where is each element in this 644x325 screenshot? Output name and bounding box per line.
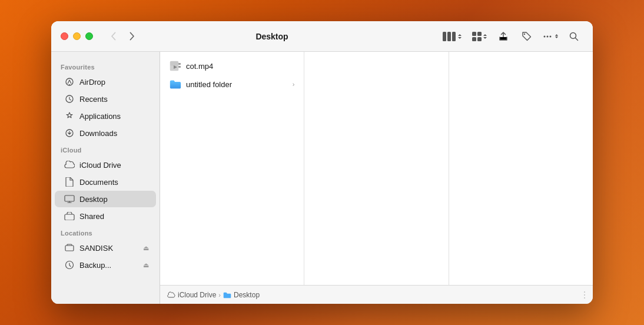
search-icon xyxy=(569,32,579,41)
breadcrumb-cloud-icon xyxy=(167,291,175,298)
svg-point-13 xyxy=(69,84,70,85)
breadcrumb-icloud-label: iCloud Drive xyxy=(178,291,216,299)
breadcrumb-desktop[interactable]: Desktop xyxy=(223,291,260,299)
desktop-label: Desktop xyxy=(79,195,108,204)
svg-point-7 xyxy=(524,33,525,34)
file-item-cot-mp4[interactable]: cot.mp4 xyxy=(162,57,301,75)
svg-rect-0 xyxy=(443,32,446,41)
svg-rect-5 xyxy=(472,37,476,41)
file-item-untitled-folder[interactable]: untitled folder › xyxy=(162,75,301,93)
video-file-icon xyxy=(170,60,181,72)
svg-point-10 xyxy=(550,35,552,37)
sidebar-item-icloud-drive[interactable]: iCloud Drive xyxy=(55,157,156,173)
svg-rect-3 xyxy=(472,32,476,36)
untitled-folder-name: untitled folder xyxy=(186,80,288,89)
minimize-button[interactable] xyxy=(73,32,81,40)
svg-rect-6 xyxy=(477,37,482,41)
breadcrumb-desktop-label: Desktop xyxy=(234,291,260,299)
breadcrumb-folder-icon xyxy=(223,291,231,299)
locations-header: Locations xyxy=(51,225,160,239)
file-column-3 xyxy=(449,52,593,285)
favourites-header: Favourites xyxy=(51,59,160,73)
sidebar-item-downloads[interactable]: Downloads xyxy=(55,125,156,141)
grid-chevron-icon xyxy=(483,34,487,39)
folder-file-icon xyxy=(170,78,181,90)
traffic-lights xyxy=(61,32,93,40)
finder-window: Desktop xyxy=(51,21,593,304)
svg-rect-1 xyxy=(447,32,451,41)
downloads-label: Downloads xyxy=(79,129,117,138)
column-resize-handle[interactable] xyxy=(583,288,586,302)
window-title: Desktop xyxy=(112,32,432,41)
file-columns: cot.mp4 xyxy=(160,52,593,285)
bottom-bar: iCloud Drive › Desktop xyxy=(160,285,593,304)
svg-point-8 xyxy=(544,35,546,37)
cot-mp4-name: cot.mp4 xyxy=(186,62,294,71)
recents-icon xyxy=(64,94,75,104)
desktop-icon xyxy=(64,194,75,204)
svg-point-9 xyxy=(547,35,549,37)
sidebar-item-sandisk[interactable]: SANDISK ⏏ xyxy=(55,240,156,256)
sidebar: Favourites AirDrop xyxy=(51,52,160,304)
applications-label: Applications xyxy=(79,112,121,121)
sidebar-item-shared[interactable]: Shared xyxy=(55,208,156,224)
tag-icon xyxy=(522,32,532,41)
grid-icon xyxy=(472,32,483,41)
recents-label: Recents xyxy=(79,95,108,104)
sidebar-item-backup[interactable]: Backup... ⏏ xyxy=(55,257,156,273)
sandisk-icon xyxy=(64,243,75,253)
maximize-button[interactable] xyxy=(85,32,93,40)
more-button[interactable] xyxy=(541,28,560,45)
more-icon xyxy=(542,32,553,41)
share-icon xyxy=(499,32,507,41)
documents-label: Documents xyxy=(79,178,118,187)
svg-rect-4 xyxy=(477,32,482,36)
svg-rect-25 xyxy=(178,63,181,65)
airdrop-label: AirDrop xyxy=(79,78,105,87)
svg-rect-16 xyxy=(65,195,74,201)
icloud-drive-label: iCloud Drive xyxy=(79,161,121,170)
more-chevron-icon xyxy=(555,34,559,39)
tag-button[interactable] xyxy=(517,28,536,45)
svg-rect-17 xyxy=(65,214,74,220)
toolbar-right xyxy=(439,28,583,45)
sandisk-label: SANDISK xyxy=(79,244,113,253)
downloads-icon xyxy=(64,128,75,138)
icloud-header: iCloud xyxy=(51,142,160,156)
svg-rect-26 xyxy=(178,66,181,68)
backup-icon xyxy=(64,260,75,270)
backup-label: Backup... xyxy=(79,261,111,270)
svg-rect-2 xyxy=(452,32,456,41)
column-view-button[interactable] xyxy=(439,29,466,44)
backup-eject-icon[interactable]: ⏏ xyxy=(143,261,149,269)
main-content: Favourites AirDrop xyxy=(51,52,593,304)
sidebar-item-recents[interactable]: Recents xyxy=(55,91,156,107)
share-button[interactable] xyxy=(494,28,513,45)
updown-chevron-icon xyxy=(457,34,462,39)
grid-view-button[interactable] xyxy=(470,28,489,45)
file-column-1: cot.mp4 xyxy=(160,52,304,285)
folder-chevron-icon: › xyxy=(293,81,295,88)
icloud-drive-icon xyxy=(64,160,75,170)
file-column-2 xyxy=(304,52,449,285)
svg-rect-18 xyxy=(65,246,74,251)
breadcrumb-icloud[interactable]: iCloud Drive xyxy=(167,291,216,299)
sandisk-eject-icon[interactable]: ⏏ xyxy=(143,244,149,252)
breadcrumb-separator: › xyxy=(218,291,221,299)
columns-icon xyxy=(443,32,456,41)
documents-icon xyxy=(64,177,75,187)
shared-label: Shared xyxy=(79,212,104,221)
svg-rect-23 xyxy=(170,61,178,66)
file-area: cot.mp4 xyxy=(160,52,593,304)
sidebar-item-documents[interactable]: Documents xyxy=(55,174,156,190)
close-button[interactable] xyxy=(61,32,68,40)
shared-icon xyxy=(64,211,75,221)
applications-icon xyxy=(64,111,75,121)
sidebar-item-applications[interactable]: Applications xyxy=(55,108,156,124)
sidebar-item-desktop[interactable]: Desktop xyxy=(55,191,156,207)
search-button[interactable] xyxy=(565,28,583,45)
sidebar-item-airdrop[interactable]: AirDrop xyxy=(55,74,156,90)
titlebar: Desktop xyxy=(51,21,593,52)
airdrop-icon xyxy=(64,77,75,87)
